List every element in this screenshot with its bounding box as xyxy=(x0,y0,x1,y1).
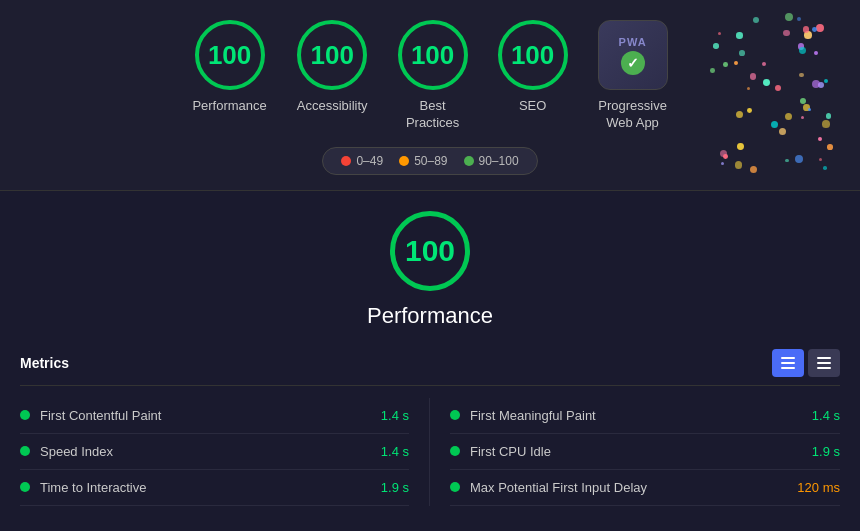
legend-item-orange: 50–89 xyxy=(399,154,447,168)
pwa-item: PWA ProgressiveWeb App xyxy=(598,20,668,132)
toggle-grid-button[interactable] xyxy=(772,349,804,377)
metrics-title: Metrics xyxy=(20,355,69,371)
view-toggle xyxy=(772,349,840,377)
legend-range-orange: 50–89 xyxy=(414,154,447,168)
score-label-performance: Performance xyxy=(192,98,266,115)
metric-name-tti: Time to Interactive xyxy=(40,480,381,495)
metrics-header: Metrics xyxy=(20,349,840,386)
metric-value-fcp: 1.4 s xyxy=(381,408,409,423)
legend-dot-red xyxy=(341,156,351,166)
metric-name-mpfid: Max Potential First Input Delay xyxy=(470,480,797,495)
metric-value-fmp: 1.4 s xyxy=(812,408,840,423)
legend-range-red: 0–49 xyxy=(356,154,383,168)
metrics-section: Metrics xyxy=(20,349,840,506)
score-item-performance: 100 Performance xyxy=(192,20,266,115)
score-circle-performance: 100 xyxy=(195,20,265,90)
metric-row-fci: First CPU Idle 1.9 s xyxy=(450,434,840,470)
metrics-grid: First Contentful Paint 1.4 s Speed Index… xyxy=(20,398,840,506)
metric-name-fmp: First Meaningful Paint xyxy=(470,408,812,423)
metric-row-tti: Time to Interactive 1.9 s xyxy=(20,470,409,506)
score-label-accessibility: Accessibility xyxy=(297,98,368,115)
metric-name-si: Speed Index xyxy=(40,444,381,459)
metric-row-fcp: First Contentful Paint 1.4 s xyxy=(20,398,409,434)
legend-dot-green xyxy=(464,156,474,166)
toggle-list-button[interactable] xyxy=(808,349,840,377)
grid-icon xyxy=(781,357,795,369)
score-item-best-practices: 100 BestPractices xyxy=(398,20,468,132)
metric-dot-tti xyxy=(20,482,30,492)
metric-row-si: Speed Index 1.4 s xyxy=(20,434,409,470)
metric-name-fci: First CPU Idle xyxy=(470,444,812,459)
metric-row-fmp: First Meaningful Paint 1.4 s xyxy=(450,398,840,434)
score-label-best-practices: BestPractices xyxy=(406,98,459,132)
pwa-badge: PWA xyxy=(598,20,668,90)
metric-dot-fci xyxy=(450,446,460,456)
score-circle-best-practices: 100 xyxy=(398,20,468,90)
score-value-accessibility: 100 xyxy=(311,40,354,71)
metrics-right-col: First Meaningful Paint 1.4 s First CPU I… xyxy=(430,398,840,506)
legend-range-green: 90–100 xyxy=(479,154,519,168)
score-value-performance: 100 xyxy=(208,40,251,71)
metric-value-mpfid: 120 ms xyxy=(797,480,840,495)
perf-header: 100 Performance xyxy=(20,211,840,329)
score-circle-accessibility: 100 xyxy=(297,20,367,90)
pwa-check-icon xyxy=(621,51,645,75)
metric-dot-si xyxy=(20,446,30,456)
metric-value-fci: 1.9 s xyxy=(812,444,840,459)
metric-value-si: 1.4 s xyxy=(381,444,409,459)
top-section: 100 Performance 100 Accessibility 100 Be… xyxy=(0,0,860,191)
metric-dot-mpfid xyxy=(450,482,460,492)
score-label-pwa: ProgressiveWeb App xyxy=(598,98,667,132)
metric-row-mpfid: Max Potential First Input Delay 120 ms xyxy=(450,470,840,506)
legend-pill: 0–49 50–89 90–100 xyxy=(322,147,537,175)
legend-item-green: 90–100 xyxy=(464,154,519,168)
metric-dot-fmp xyxy=(450,410,460,420)
perf-detail-title: Performance xyxy=(367,303,493,329)
legend-dot-orange xyxy=(399,156,409,166)
pwa-badge-text: PWA xyxy=(619,36,647,48)
score-item-seo: 100 SEO xyxy=(498,20,568,115)
metrics-left-col: First Contentful Paint 1.4 s Speed Index… xyxy=(20,398,430,506)
score-value-seo: 100 xyxy=(511,40,554,71)
score-item-accessibility: 100 Accessibility xyxy=(297,20,368,115)
score-circle-seo: 100 xyxy=(498,20,568,90)
confetti-area xyxy=(710,10,840,180)
metric-name-fcp: First Contentful Paint xyxy=(40,408,381,423)
score-label-seo: SEO xyxy=(519,98,546,115)
perf-detail-score: 100 xyxy=(405,234,455,268)
score-value-best-practices: 100 xyxy=(411,40,454,71)
metric-value-tti: 1.9 s xyxy=(381,480,409,495)
legend-item-red: 0–49 xyxy=(341,154,383,168)
perf-detail-circle: 100 xyxy=(390,211,470,291)
bottom-section: 100 Performance Metrics xyxy=(0,191,860,526)
metric-dot-fcp xyxy=(20,410,30,420)
list-icon xyxy=(817,357,831,369)
